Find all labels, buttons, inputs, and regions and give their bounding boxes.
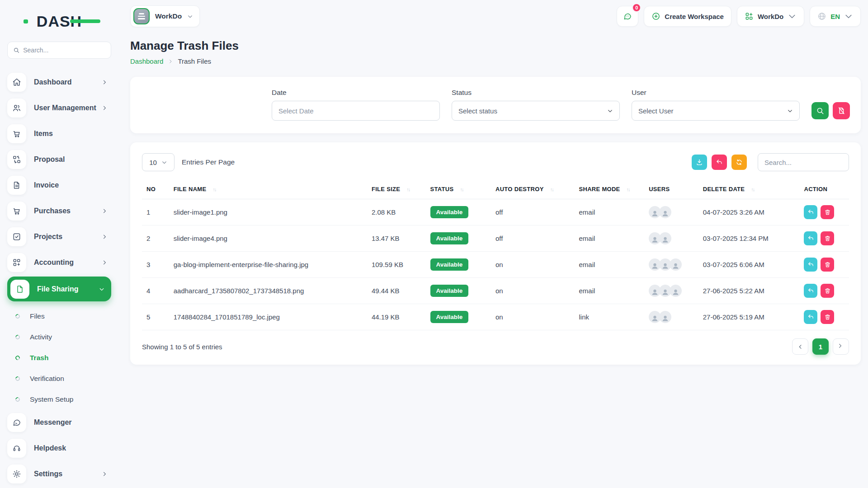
user-avatar[interactable] (659, 206, 671, 218)
user-avatar[interactable] (670, 285, 682, 297)
cell-no: 1 (142, 199, 169, 225)
sidebar-item-proposal[interactable]: Proposal (7, 148, 111, 171)
bullet-ring-icon (14, 375, 21, 382)
col-auto-destroy[interactable]: AUTO DESTROY↑↓ (491, 180, 574, 199)
cell-file-size: 2.08 KB (367, 199, 426, 225)
cell-no: 2 (142, 225, 169, 252)
workspace-menu-button[interactable]: WorkDo (737, 6, 804, 27)
delete-file-button[interactable] (821, 258, 834, 272)
status-filter-group: Status Select status (452, 89, 620, 121)
breadcrumb-dashboard-link[interactable]: Dashboard (130, 57, 163, 65)
chevron-right-icon (101, 471, 108, 477)
entries-per-page-select[interactable]: 10 (142, 153, 175, 171)
chat-icon (7, 413, 26, 432)
check-square-icon (7, 227, 26, 246)
restore-file-button[interactable] (804, 284, 817, 298)
next-page-button[interactable] (833, 338, 849, 355)
restore-file-button[interactable] (804, 258, 817, 272)
delete-file-button[interactable] (821, 284, 834, 298)
workspace-switcher[interactable]: WorkDo (130, 5, 200, 27)
chevron-left-icon (797, 344, 803, 350)
user-avatar[interactable] (670, 258, 682, 271)
refresh-button[interactable] (731, 155, 747, 170)
table-search-input[interactable] (758, 153, 849, 171)
user-avatar[interactable] (659, 311, 671, 323)
restore-file-button[interactable] (804, 231, 817, 245)
topbar: WorkDo 0 Create Workspace WorkDo (130, 5, 861, 28)
status-select-value: Select status (458, 107, 497, 115)
table-row: 3ga-blog-implement-enterprise-file-shari… (142, 252, 849, 278)
status-badge: Available (430, 285, 469, 297)
sidebar-item-purchases[interactable]: Purchases (7, 199, 111, 222)
cart-icon (7, 124, 26, 143)
col-delete-date[interactable]: DELETE DATE↑↓ (698, 180, 800, 199)
sidebar-subitem-trash[interactable]: Trash (15, 347, 111, 368)
restore-file-button[interactable] (804, 310, 817, 324)
delete-file-button[interactable] (821, 231, 834, 245)
user-avatar[interactable] (659, 232, 671, 244)
users-icon (7, 99, 26, 117)
cell-file-name: slider-image1.png (169, 199, 367, 225)
sidebar-item-label: Items (34, 130, 111, 138)
sidebar-item-dashboard[interactable]: Dashboard (7, 70, 111, 94)
trash-files-card: 10 Entries Per Page (130, 142, 861, 365)
sidebar-item-invoice[interactable]: Invoice (7, 174, 111, 197)
pagination: 1 (792, 338, 849, 355)
date-label: Date (272, 89, 440, 97)
restore-file-button[interactable] (804, 205, 817, 219)
sidebar-subitem-activity[interactable]: Activity (15, 327, 111, 347)
sort-icon: ↑↓ (550, 187, 553, 192)
dash-logo[interactable]: DASH (25, 11, 93, 32)
delete-file-button[interactable] (821, 310, 834, 324)
date-input[interactable] (272, 101, 440, 121)
sort-icon: ↑↓ (212, 187, 216, 192)
sidebar-item-accounting[interactable]: Accounting (7, 251, 111, 274)
cell-delete-date: 27-06-2025 5:19 AM (698, 304, 800, 330)
cell-file-size: 44.19 KB (367, 304, 426, 330)
trash-icon (824, 314, 831, 320)
workspace-menu-label: WorkDo (758, 13, 783, 20)
sidebar-item-helpdesk[interactable]: Helpdesk (7, 436, 111, 460)
cell-users (644, 278, 698, 304)
cell-action (799, 199, 849, 225)
messages-button[interactable]: 0 (617, 6, 638, 27)
col-status[interactable]: STATUS↑↓ (426, 180, 491, 199)
restore-all-button[interactable] (712, 155, 727, 170)
sidebar-subitem-system-setup[interactable]: System Setup (15, 389, 111, 410)
status-select[interactable]: Select status (452, 101, 620, 121)
col-file-name[interactable]: FILE NAME↑↓ (169, 180, 367, 199)
apply-filter-button[interactable] (811, 102, 829, 119)
user-select[interactable]: Select User (632, 101, 800, 121)
sidebar-item-file-sharing[interactable]: File Sharing (7, 277, 111, 301)
sidebar-subitem-verification[interactable]: Verification (15, 368, 111, 389)
file-icon (10, 280, 29, 299)
sidebar-search-input[interactable] (23, 47, 105, 54)
sidebar-item-settings[interactable]: Settings (7, 462, 111, 485)
prev-page-button[interactable] (792, 338, 808, 355)
language-selector[interactable]: EN (810, 6, 861, 27)
sort-icon: ↑↓ (627, 187, 630, 192)
page-1-button[interactable]: 1 (812, 338, 829, 355)
sidebar-item-projects[interactable]: Projects (7, 225, 111, 248)
export-button[interactable] (692, 155, 707, 170)
cell-status: Available (426, 199, 491, 225)
create-workspace-button[interactable]: Create Workspace (644, 6, 731, 27)
table-controls: 10 Entries Per Page (142, 153, 849, 171)
sidebar-item-messenger[interactable]: Messenger (7, 411, 111, 434)
bullet-ring-icon (14, 355, 21, 361)
sidebar-item-items[interactable]: Items (7, 122, 111, 145)
restore-icon (807, 235, 814, 242)
reset-filter-button[interactable] (833, 102, 850, 119)
restore-icon (807, 287, 814, 294)
sidebar-item-user-management[interactable]: User Management (7, 96, 111, 119)
cell-status: Available (426, 252, 491, 278)
sidebar-subitem-files[interactable]: Files (15, 306, 111, 327)
bullet-ring-icon (14, 396, 21, 403)
col-share-mode[interactable]: SHARE MODE↑↓ (574, 180, 644, 199)
document-icon (7, 176, 26, 195)
sidebar-menu: Dashboard User Management Items Proposal… (7, 70, 111, 488)
col-file-size[interactable]: FILE SIZE↑↓ (367, 180, 426, 199)
cell-no: 5 (142, 304, 169, 330)
sort-icon: ↑↓ (460, 187, 463, 192)
delete-file-button[interactable] (821, 205, 834, 219)
